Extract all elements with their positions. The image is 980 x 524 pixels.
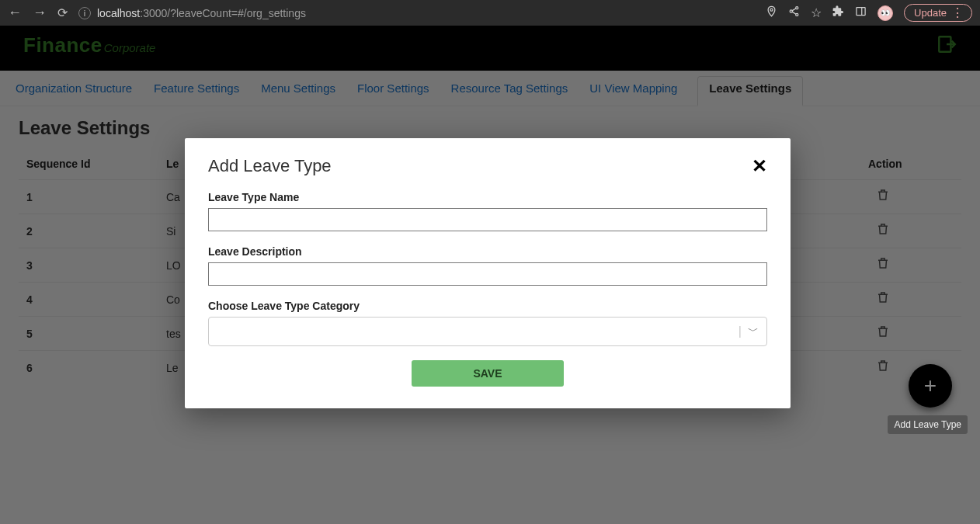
leave-category-select[interactable]: | ﹀ bbox=[208, 317, 767, 346]
leave-type-name-input[interactable] bbox=[208, 208, 767, 231]
save-button[interactable]: SAVE bbox=[412, 360, 564, 387]
panel-icon[interactable] bbox=[855, 5, 867, 20]
close-icon[interactable]: ✕ bbox=[752, 155, 767, 177]
leave-type-name-label: Leave Type Name bbox=[208, 191, 767, 203]
add-leave-type-fab[interactable]: + bbox=[909, 364, 952, 408]
add-leave-type-modal: Add Leave Type ✕ Leave Type Name Leave D… bbox=[185, 138, 791, 408]
update-label: Update bbox=[914, 7, 947, 19]
browser-update-button[interactable]: Update ⋮ bbox=[904, 4, 972, 22]
location-icon[interactable] bbox=[766, 5, 777, 20]
url-text: localhost:3000/?leaveCount=#/org_setting… bbox=[97, 7, 306, 19]
profile-avatar[interactable]: 👀 bbox=[877, 5, 893, 21]
back-icon[interactable]: ← bbox=[8, 5, 22, 21]
address-bar[interactable]: i localhost:3000/?leaveCount=#/org_setti… bbox=[78, 7, 766, 19]
fab-tooltip: Add Leave Type bbox=[888, 415, 968, 434]
extensions-icon[interactable] bbox=[832, 5, 844, 20]
forward-icon[interactable]: → bbox=[33, 5, 47, 21]
select-separator: | bbox=[738, 324, 742, 338]
share-icon[interactable] bbox=[788, 5, 800, 20]
leave-description-label: Leave Description bbox=[208, 245, 767, 258]
leave-description-input[interactable] bbox=[208, 262, 767, 286]
leave-category-label: Choose Leave Type Category bbox=[208, 300, 767, 312]
browser-chrome: ← → ⟳ i localhost:3000/?leaveCount=#/org… bbox=[0, 0, 980, 26]
svg-rect-4 bbox=[857, 8, 865, 16]
reload-icon[interactable]: ⟳ bbox=[57, 5, 68, 20]
bookmark-icon[interactable]: ☆ bbox=[811, 5, 822, 20]
svg-point-0 bbox=[770, 9, 773, 11]
site-info-icon[interactable]: i bbox=[78, 7, 91, 19]
modal-title: Add Leave Type bbox=[208, 156, 332, 176]
chevron-down-icon: ﹀ bbox=[748, 324, 759, 338]
